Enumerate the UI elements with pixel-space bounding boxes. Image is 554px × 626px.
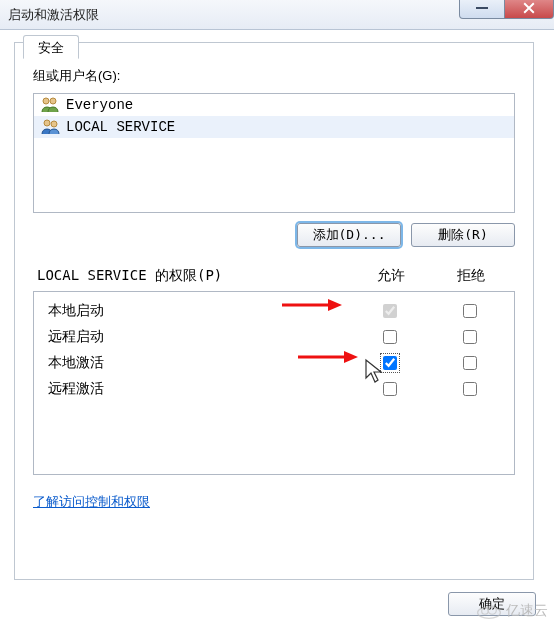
svg-point-9 — [482, 608, 489, 615]
deny-header: 拒绝 — [431, 267, 511, 285]
perm-row: 本地启动 — [38, 298, 510, 324]
svg-marker-7 — [344, 351, 358, 363]
titlebar: 启动和激活权限 — [0, 0, 554, 30]
remove-button[interactable]: 删除(R) — [411, 223, 515, 247]
titlebar-buttons — [460, 0, 554, 19]
list-item[interactable]: LOCAL SERVICE — [34, 116, 514, 138]
watermark-text: 亿速云 — [506, 602, 548, 620]
permissions-box: 本地启动 远程启动 本地激活 远程激活 — [33, 291, 515, 475]
allow-checkbox-remote-activation[interactable] — [383, 382, 397, 396]
help-link-row: 了解访问控制和权限 — [33, 493, 515, 511]
allow-checkbox-remote-launch[interactable] — [383, 330, 397, 344]
allow-checkbox-local-launch[interactable] — [383, 304, 397, 318]
group-icon — [40, 96, 60, 114]
permissions-title: LOCAL SERVICE 的权限(P) — [37, 267, 351, 285]
minimize-button[interactable] — [459, 0, 505, 19]
window-title: 启动和激活权限 — [8, 6, 99, 24]
deny-checkbox-remote-launch[interactable] — [463, 330, 477, 344]
list-item[interactable]: Everyone — [34, 94, 514, 116]
watermark: 亿速云 — [476, 602, 548, 620]
svg-point-2 — [44, 120, 50, 126]
perm-label: 远程激活 — [38, 380, 350, 398]
users-icon — [40, 118, 60, 136]
help-link[interactable]: 了解访问控制和权限 — [33, 494, 150, 509]
add-button[interactable]: 添加(D)... — [297, 223, 401, 247]
deny-checkbox-local-launch[interactable] — [463, 304, 477, 318]
list-item-label: LOCAL SERVICE — [66, 119, 175, 135]
perm-label: 远程启动 — [38, 328, 350, 346]
deny-checkbox-local-activation[interactable] — [463, 356, 477, 370]
allow-header: 允许 — [351, 267, 431, 285]
close-button[interactable] — [504, 0, 554, 19]
group-users-list[interactable]: Everyone LOCAL SERVICE — [33, 93, 515, 213]
cursor-icon — [364, 358, 386, 384]
list-item-label: Everyone — [66, 97, 133, 113]
list-button-row: 添加(D)... 删除(R) — [33, 223, 515, 247]
arrow-annotation-icon — [298, 350, 358, 364]
perm-row: 远程激活 — [38, 376, 510, 402]
svg-marker-5 — [328, 299, 342, 311]
deny-checkbox-remote-activation[interactable] — [463, 382, 477, 396]
arrow-annotation-icon — [282, 298, 342, 312]
svg-point-3 — [51, 121, 57, 127]
svg-point-1 — [50, 98, 56, 104]
perm-row: 远程启动 — [38, 324, 510, 350]
minimize-icon — [476, 7, 488, 9]
svg-point-0 — [43, 98, 49, 104]
permissions-header: LOCAL SERVICE 的权限(P) 允许 拒绝 — [33, 267, 515, 285]
group-users-label: 组或用户名(G): — [33, 67, 515, 85]
perm-row: 本地激活 — [38, 350, 510, 376]
cloud-icon — [476, 602, 502, 620]
security-panel: 安全 组或用户名(G): Everyone LOCAL SERVICE 添加(D… — [14, 42, 534, 580]
tab-security[interactable]: 安全 — [23, 35, 79, 59]
close-icon — [523, 2, 535, 14]
